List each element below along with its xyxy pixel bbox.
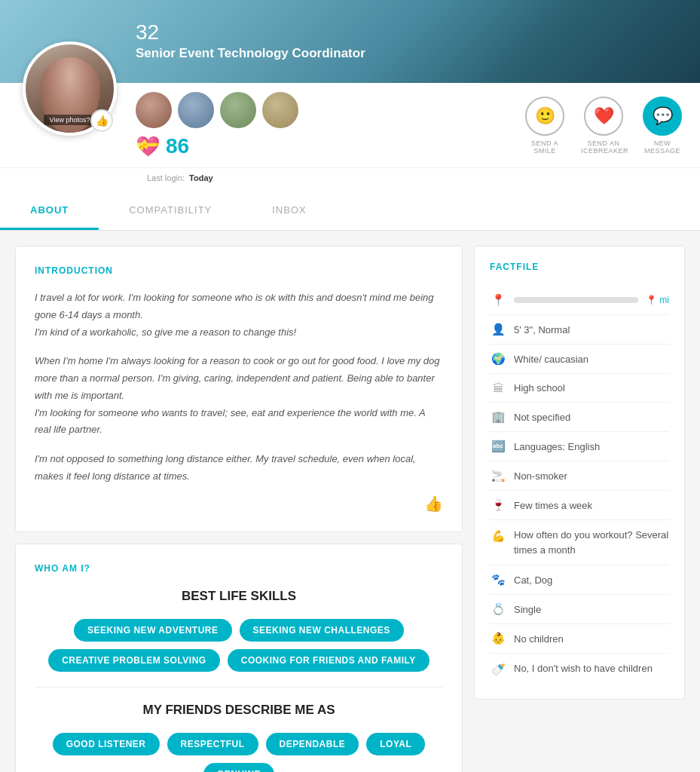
profession-icon: 🏢 [490,410,506,424]
fact-row-want-children: 🍼 No, I don't wish to have children [490,654,669,684]
left-column: INTRODUCTION I travel a lot for work. I'… [15,246,463,772]
new-message-label: NEW MESSAGE [640,139,685,155]
send-smile-button[interactable]: 🙂 SEND A SMILE [522,96,567,155]
tag-loyal: LOYAL [366,733,425,755]
tag-genuine: GENUINE [203,763,274,773]
thumb-4[interactable] [262,92,298,128]
languages-icon: 🔤 [490,440,506,453]
header-age: 32 [136,22,365,43]
factfile-title: FACTFILE [490,262,669,272]
profile-photos-row: 💝 86 [136,92,298,158]
children-icon: 👶 [490,632,506,645]
intro-paragraph-2: When I'm home I'm always looking for a r… [35,353,443,439]
fact-row-drinking: 🍷 Few times a week [490,491,669,520]
tab-inbox[interactable]: INBOX [242,192,336,230]
profession-text: Not specified [514,412,570,423]
location-icon: 📍 [490,293,506,307]
last-login-row: Last login: Today [0,168,700,192]
introduction-title: INTRODUCTION [35,265,443,276]
thumb-1[interactable] [136,92,172,128]
drinking-text: Few times a week [514,500,592,511]
education-icon: 🏛 [490,381,506,394]
new-message-icon: 💬 [643,96,682,136]
drinking-icon: 🍷 [490,498,506,512]
send-icebreaker-button[interactable]: ❤️ SEND AN ICEBREAKER [581,96,626,155]
fact-row-workout: 💪 How often do you workout? Several time… [490,520,669,565]
best-life-skills-heading: BEST LIFE SKILLS [35,589,443,604]
pets-text: Cat, Dog [514,574,552,586]
photo-thumbnails [136,92,298,128]
view-photos-overlay[interactable]: View photos? [44,115,96,125]
sub-header-row: View photos? 👍 💝 86 🙂 SEND A [0,83,700,168]
ethnicity-text: White/ caucasian [514,354,588,365]
introduction-card: INTRODUCTION I travel a lot for work. I'… [15,246,463,532]
thumb-3[interactable] [220,92,256,128]
avatar-container: View photos? 👍 [23,41,117,136]
relationship-text: Single [514,604,541,615]
intro-paragraph-1: I travel a lot for work. I'm looking for… [35,290,443,341]
fact-row-children: 👶 No children [490,624,669,654]
fact-row-ethnicity: 🌍 White/ caucasian [490,345,669,374]
view-photos-label: View photos? [50,116,90,124]
location-mi[interactable]: 📍 mi [646,295,669,305]
tag-respectful: RESPECTFUL [167,733,258,755]
new-message-button[interactable]: 💬 NEW MESSAGE [640,96,685,155]
smoking-text: Non-smoker [514,470,567,482]
tag-dependable: DEPENDABLE [266,733,359,755]
send-smile-label: SEND A SMILE [522,139,567,155]
main-content: INTRODUCTION I travel a lot for work. I'… [0,231,700,772]
fact-row-smoking: 🚬 Non-smoker [490,461,669,491]
like-button[interactable]: 👍 [90,109,113,132]
tag-good-listener: GOOD LISTENER [53,733,160,755]
friends-describe-heading: MY FRIENDS DESCRIBE ME AS [35,703,443,718]
divider [35,687,443,688]
right-column: FACTFILE 📍 📍 mi 👤 5' 3", Normal 🌍 White/… [474,246,685,772]
life-skills-tags: SEEKING NEW ADVENTURE SEEKING NEW CHALLE… [35,619,443,672]
header-job-title: Senior Event Technology Coordinator [136,46,365,61]
tag-seeking-challenges: SEEKING NEW CHALLENGES [240,619,404,642]
pets-icon: 🐾 [490,573,506,587]
heart-icon: 💝 [136,135,160,158]
intro-paragraph-3: I'm not opposed to something long distan… [35,451,443,486]
fact-row-pets: 🐾 Cat, Dog [490,565,669,595]
location-bar [514,297,638,303]
who-am-i-card: WHO AM I? BEST LIFE SKILLS SEEKING NEW A… [15,544,463,773]
who-am-i-title: WHO AM I? [35,563,443,574]
tag-cooking-friends: COOKING FOR FRIENDS AND FAMILY [228,649,429,672]
fact-row-profession: 🏢 Not specified [490,403,669,432]
relationship-icon: 💍 [490,602,506,616]
send-icebreaker-label: SEND AN ICEBREAKER [581,139,626,155]
children-text: No children [514,633,564,645]
fact-row-location: 📍 📍 mi [490,286,669,315]
tag-creative-problem-solving: CREATIVE PROBLEM SOLVING [48,649,220,672]
fact-row-relationship: 💍 Single [490,595,669,624]
header-text: 32 Senior Event Technology Coordinator [136,22,365,61]
factfile-card: FACTFILE 📍 📍 mi 👤 5' 3", Normal 🌍 White/… [474,246,685,700]
thumb-2[interactable] [178,92,214,128]
tab-about[interactable]: ABOUT [0,192,99,230]
want-children-text: No, I don't wish to have children [514,661,653,676]
workout-text: How often do you workout? Several times … [514,528,669,557]
fact-row-height: 👤 5' 3", Normal [490,315,669,345]
thumbs-up-button[interactable]: 👍 [35,495,443,513]
smoking-icon: 🚬 [490,469,506,482]
ethnicity-icon: 🌍 [490,352,506,366]
send-icebreaker-icon: ❤️ [584,96,623,136]
fact-row-languages: 🔤 Languages: English [490,432,669,461]
workout-icon: 💪 [490,529,506,543]
height-icon: 👤 [490,323,506,336]
match-score: 86 [166,134,189,158]
friends-tags: GOOD LISTENER RESPECTFUL DEPENDABLE LOYA… [35,733,443,773]
profile-header: 32 Senior Event Technology Coordinator V… [0,0,700,192]
want-children-icon: 🍼 [490,663,506,676]
match-score-row: 💝 86 [136,134,298,158]
tab-compatibility[interactable]: COMPATIBILITY [99,192,242,230]
last-login-value: Today [189,173,213,182]
tag-seeking-adventure: SEEKING NEW ADVENTURE [74,619,231,642]
height-text: 5' 3", Normal [514,324,570,335]
languages-text: Languages: English [514,441,600,452]
action-buttons: 🙂 SEND A SMILE ❤️ SEND AN ICEBREAKER 💬 N… [522,96,685,155]
fact-row-education: 🏛 High school [490,374,669,403]
education-text: High school [514,382,565,394]
send-smile-icon: 🙂 [525,96,564,136]
